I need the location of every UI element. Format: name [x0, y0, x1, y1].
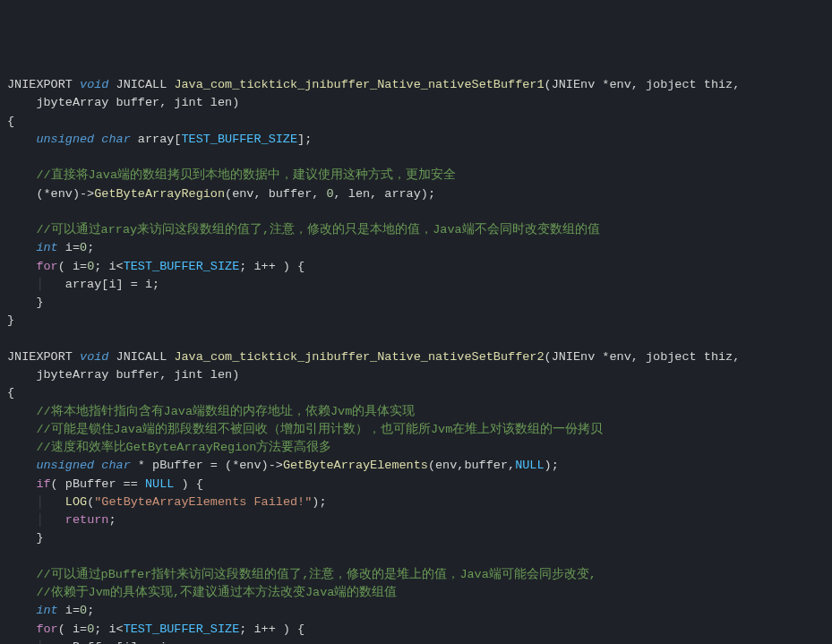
code-token — [7, 423, 36, 436]
code-token: //可以通过array来访问这段数组的值了,注意，修改的只是本地的值，Java端… — [36, 223, 599, 236]
code-line[interactable]: unsigned char array[TEST_BUFFER_SIZE]; — [7, 131, 825, 149]
code-token: 0 — [80, 241, 87, 254]
code-token — [7, 623, 36, 636]
code-token — [7, 568, 36, 581]
code-line[interactable]: JNIEXPORT void JNICALL Java_com_ticktick… — [7, 348, 825, 366]
code-token — [73, 350, 80, 364]
code-token: array[i] = i; — [44, 278, 160, 291]
code-line[interactable]: │ array[i] = i; — [7, 276, 825, 294]
code-line[interactable]: (*env)->GetByteArrayRegion(env, buffer, … — [7, 185, 825, 203]
code-line[interactable] — [7, 203, 825, 221]
code-line[interactable]: { — [7, 384, 825, 402]
code-token: ; i< — [94, 260, 123, 273]
code-token — [7, 205, 14, 219]
code-token: int — [36, 604, 57, 617]
code-token: void — [80, 350, 108, 364]
code-token — [7, 477, 36, 491]
code-token — [7, 495, 36, 509]
code-token: ; i++ ) { — [239, 260, 304, 273]
code-token: JNIEXPORT — [7, 350, 73, 364]
code-token: //可以通过pBuffer指针来访问这段数组的值了,注意，修改的是堆上的值，Ja… — [36, 568, 596, 581]
code-token: LOG — [65, 495, 87, 509]
code-token — [73, 78, 80, 91]
code-line[interactable]: for( i=0; i<TEST_BUFFER_SIZE; i++ ) { — [7, 621, 825, 639]
code-token: NULL — [515, 459, 544, 472]
code-token: ( pBuffer == — [51, 477, 145, 491]
code-line[interactable]: int i=0; — [7, 239, 825, 257]
code-token: //速度和效率比GetByteArrayRegion方法要高很多 — [36, 441, 331, 454]
code-token — [7, 260, 36, 273]
code-token: TEST_BUFFER_SIZE — [124, 623, 240, 636]
code-line[interactable]: int i=0; — [7, 602, 825, 620]
code-token: char — [101, 133, 130, 146]
code-line[interactable]: │ return; — [7, 511, 825, 529]
code-token: , len, array); — [334, 187, 435, 201]
code-token: │ — [36, 640, 43, 644]
code-token — [7, 550, 14, 563]
code-line[interactable]: JNIEXPORT void JNICALL Java_com_ticktick… — [7, 76, 825, 94]
code-token: i= — [65, 604, 80, 617]
code-line[interactable]: //将本地指针指向含有Java端数组的内存地址，依赖Jvm的具体实现 — [7, 403, 825, 421]
code-token: NULL — [145, 477, 174, 491]
code-line[interactable]: //依赖于Jvm的具体实现,不建议通过本方法改变Java端的数组值 — [7, 584, 825, 602]
code-line[interactable]: } — [7, 529, 825, 547]
code-token: } — [7, 296, 44, 309]
code-line[interactable]: │ LOG("GetByteArrayElements Failed!"); — [7, 494, 825, 511]
code-line[interactable]: } — [7, 312, 825, 330]
code-token: //将本地指针指向含有Java端数组的内存地址，依赖Jvm的具体实现 — [36, 405, 415, 418]
code-token — [7, 332, 14, 346]
code-line[interactable]: } — [7, 294, 825, 312]
code-token — [7, 513, 36, 527]
code-token: "GetByteArrayElements Failed!" — [94, 495, 312, 509]
code-token — [7, 586, 36, 599]
code-line[interactable]: for( i=0; i<TEST_BUFFER_SIZE; i++ ) { — [7, 258, 825, 276]
code-line[interactable] — [7, 331, 825, 348]
code-line[interactable]: //可以通过array来访问这段数组的值了,注意，修改的只是本地的值，Java端… — [7, 221, 825, 239]
code-token: int — [36, 241, 57, 254]
code-token: void — [80, 78, 108, 91]
code-token: (*env)-> — [7, 187, 94, 201]
code-token: jbyteArray buffer, jint len) — [7, 96, 239, 109]
code-line[interactable]: //直接将Java端的数组拷贝到本地的数据中，建议使用这种方式，更加安全 — [7, 167, 825, 185]
code-token — [7, 278, 36, 291]
code-token: if — [36, 477, 50, 491]
code-line[interactable]: │ pBuffer[i] = i; — [7, 639, 825, 644]
code-token: ( i= — [58, 260, 87, 273]
code-token: ( i= — [58, 623, 87, 636]
code-token — [7, 640, 36, 644]
code-token: ; — [87, 604, 94, 617]
code-line[interactable] — [7, 149, 825, 167]
code-token: ) { — [174, 477, 202, 491]
code-token — [131, 133, 138, 146]
code-line[interactable]: //可以通过pBuffer指针来访问这段数组的值了,注意，修改的是堆上的值，Ja… — [7, 566, 825, 584]
code-token: ; — [87, 241, 94, 254]
code-token — [108, 350, 116, 364]
code-line[interactable]: { — [7, 113, 825, 131]
code-token — [7, 133, 36, 146]
code-line[interactable]: jbyteArray buffer, jint len) — [7, 366, 825, 384]
code-line[interactable]: //速度和效率比GetByteArrayRegion方法要高很多 — [7, 439, 825, 457]
code-token: unsigned — [36, 133, 94, 146]
code-line[interactable]: if( pBuffer == NULL ) { — [7, 476, 825, 494]
code-line[interactable]: jbyteArray buffer, jint len) — [7, 94, 825, 112]
code-token: GetByteArrayElements — [283, 459, 428, 472]
code-token: * pBuffer = (*env)-> — [131, 459, 283, 472]
code-token: jbyteArray buffer, jint len) — [7, 368, 239, 382]
code-token: │ — [36, 513, 43, 527]
code-line[interactable] — [7, 548, 825, 566]
code-token: array[ — [138, 133, 182, 146]
code-token: GetByteArrayRegion — [94, 187, 225, 201]
code-token — [58, 604, 65, 617]
code-token: for — [36, 623, 57, 636]
code-token: 0 — [326, 187, 333, 201]
code-line[interactable]: //可能是锁住Java端的那段数组不被回收（增加引用计数），也可能所Jvm在堆上… — [7, 421, 825, 439]
code-token — [58, 241, 65, 254]
code-line[interactable]: unsigned char * pBuffer = (*env)->GetByt… — [7, 457, 825, 475]
code-token: │ — [36, 278, 43, 291]
code-token: Java_com_ticktick_jnibuffer_Native_nativ… — [174, 78, 544, 91]
code-editor[interactable]: JNIEXPORT void JNICALL Java_com_ticktick… — [7, 76, 825, 644]
code-token: char — [101, 459, 130, 472]
code-token: for — [36, 260, 57, 273]
code-token: return — [65, 513, 109, 527]
code-token — [44, 495, 65, 509]
